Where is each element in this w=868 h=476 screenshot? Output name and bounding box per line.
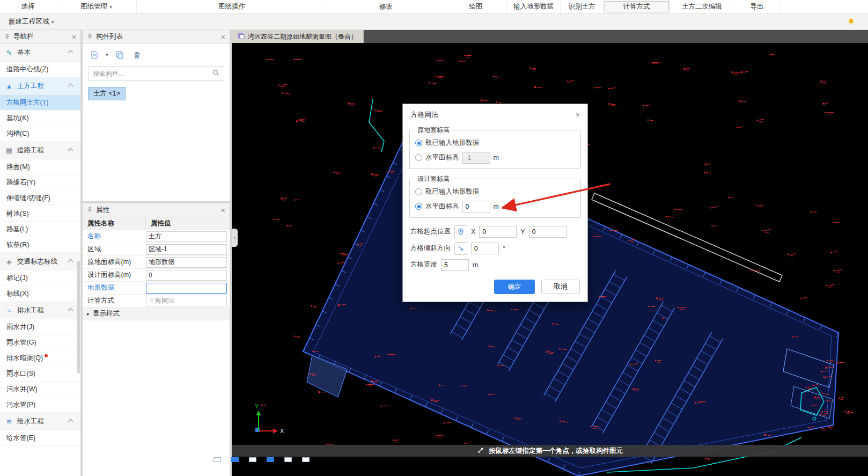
property-value (146, 231, 230, 243)
property-name: 区域 (83, 245, 146, 254)
nav-section-label: 交通标志标线 (17, 257, 57, 266)
mini-toggle[interactable] (214, 457, 221, 462)
nav-item[interactable]: 雨水口(S) (0, 366, 80, 382)
water-supply-icon: ≋ (5, 418, 13, 426)
property-name: 原地面标高(m) (83, 258, 146, 267)
new-component-button[interactable] (88, 49, 101, 61)
property-value-input[interactable] (146, 270, 227, 281)
ok-button[interactable]: 确定 (494, 280, 535, 294)
menu-item[interactable]: 土方二次编辑 (670, 0, 734, 13)
chevron-down-icon[interactable]: ▾ (106, 52, 108, 57)
notification-bell-icon[interactable] (847, 18, 855, 26)
nav-item[interactable]: 污水管(P) (0, 397, 80, 413)
component-panel-title: 构件列表 (96, 32, 218, 41)
nav-scrollbar[interactable] (77, 261, 80, 374)
display-style-expander[interactable]: ▸ 显示样式 (83, 307, 230, 320)
nav-item[interactable]: 道路中心线(Z) (0, 62, 80, 77)
radio-option-terrain-data[interactable]: 取已输入地形数据 (415, 136, 575, 150)
menu-item[interactable]: 导出 (734, 0, 780, 13)
panel-collapse-handle[interactable]: ‹ (232, 229, 238, 247)
unit-label: ° (503, 245, 505, 252)
pin-icon[interactable] (87, 34, 93, 40)
radio-option-level-elevation[interactable]: 水平面标高 m (415, 199, 575, 214)
copy-component-button[interactable] (113, 49, 126, 61)
nav-section-header[interactable]: ◈交通标志标线 (0, 253, 80, 270)
nav-section-header[interactable]: ▤道路工程 (0, 142, 80, 159)
pin-icon[interactable] (4, 34, 10, 40)
property-value-input[interactable] (146, 296, 227, 306)
dialog-close-icon[interactable]: × (576, 111, 580, 119)
mini-toggle[interactable] (249, 457, 256, 462)
nav-item[interactable]: 雨水井(J) (0, 319, 80, 335)
traffic-sign-icon: ◈ (5, 258, 13, 266)
close-icon[interactable]: × (221, 207, 225, 214)
radio-option-level-elevation[interactable]: 水平面标高 m (415, 150, 575, 165)
menu-item[interactable]: 修改 (327, 0, 445, 13)
nav-item[interactable]: 树池(S) (0, 206, 80, 222)
menu-item[interactable]: 绘图 (445, 0, 507, 13)
search-input[interactable] (93, 70, 209, 77)
nav-item[interactable]: 路面(M) (0, 159, 80, 175)
delete-component-button[interactable] (131, 49, 144, 61)
nav-item[interactable]: 雨水管(G) (0, 335, 80, 350)
nav-item[interactable]: 路基(L) (0, 222, 80, 237)
nav-item[interactable]: 污水井(W) (0, 382, 80, 397)
property-value-input[interactable] (146, 244, 227, 255)
pick-origin-button[interactable] (454, 225, 467, 238)
prop-rows: 名称区域原地面标高(m)设计面标高(m)地形数据计算方式 (83, 230, 230, 307)
unit-label: m (473, 261, 478, 269)
nav-section-header[interactable]: ≈排水工程 (0, 302, 80, 319)
menu-item[interactable]: 输入地形数据 (507, 0, 561, 13)
nav-section-header[interactable]: ≋给水工程 (0, 413, 80, 430)
menu-item[interactable]: 图纸操作 (137, 0, 327, 13)
cancel-button[interactable]: 取消 (541, 280, 580, 294)
grid-origin-row: 方格起点位置 X Y (403, 223, 587, 240)
pick-tilt-direction-button[interactable] (454, 242, 467, 255)
nav-item[interactable]: 路缘石(Y) (0, 175, 80, 191)
property-value (146, 257, 230, 268)
menu-item[interactable]: 识别土方 (561, 0, 604, 13)
nav-item[interactable]: 标记(J) (0, 270, 80, 286)
component-item[interactable]: 土方 <1> (88, 87, 126, 100)
radio-icon (415, 203, 422, 210)
close-icon[interactable]: × (72, 33, 76, 41)
menu-item[interactable]: 选择 (0, 0, 56, 13)
nav-section-header[interactable]: ▲土方工程 (0, 77, 80, 95)
property-value-input[interactable] (146, 257, 227, 268)
nav-item[interactable]: 基坑(K) (0, 111, 80, 126)
menu-item-label: 识别土方 (569, 2, 595, 11)
grid-width-input[interactable] (441, 259, 469, 271)
mini-toggle[interactable] (302, 457, 310, 462)
nav-item[interactable]: 排水暗渠(Q) (0, 350, 80, 366)
original-level-input[interactable] (462, 152, 490, 164)
nav-item[interactable]: 沟槽(C) (0, 126, 80, 142)
property-value-input[interactable] (146, 231, 227, 242)
nav-item-label: 沟槽(C) (6, 129, 29, 138)
toolbar: 新建工程区域 ▾ (0, 14, 868, 30)
origin-x-input[interactable] (479, 226, 517, 238)
tilt-angle-input[interactable] (471, 243, 499, 254)
menu-item[interactable]: 计算方式 (604, 0, 670, 13)
close-icon[interactable]: × (221, 33, 225, 41)
nav-item[interactable]: 标线(X) (0, 286, 80, 302)
menu-item[interactable]: 图纸管理▾ (56, 0, 137, 13)
mini-toggle[interactable] (284, 457, 292, 462)
middle-column: 构件列表 × ▾ (83, 30, 230, 476)
pin-icon[interactable] (87, 207, 93, 213)
mini-toggle[interactable] (231, 457, 239, 462)
design-level-input[interactable] (462, 201, 490, 213)
search-icon[interactable] (212, 69, 219, 78)
origin-y-input[interactable] (529, 226, 567, 238)
radio-option-terrain-data[interactable]: 取已输入地形数据 (415, 185, 575, 199)
nav-section-header[interactable]: ✎基本 (0, 44, 80, 62)
new-region-button[interactable]: 新建工程区域 ▾ (5, 16, 57, 28)
property-value-input[interactable] (146, 283, 227, 294)
nav-item[interactable]: 给水管(E) (0, 430, 80, 446)
nav-item[interactable]: 方格网土方(T) (0, 95, 80, 111)
nav-item[interactable]: 伸缩缝/切缝(F) (0, 191, 80, 206)
chevron-up-icon (68, 259, 73, 264)
nav-item[interactable]: 软基(R) (0, 237, 80, 253)
mini-toggle[interactable] (267, 457, 274, 462)
drawing-tab[interactable]: 湾区农谷二期原始地貌测量图（叠合） (232, 30, 364, 43)
status-hint-text: 按鼠标左键指定第一个角点，或拾取构件图元 (489, 446, 623, 456)
